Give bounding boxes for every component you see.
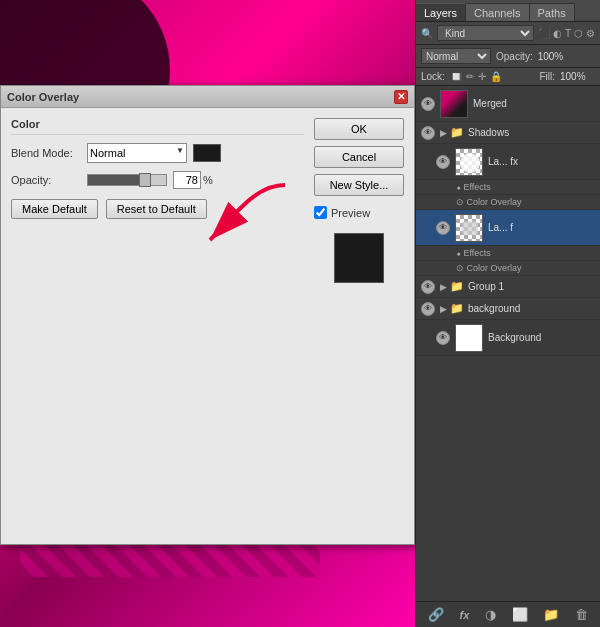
- fill-value: 100%: [560, 71, 595, 82]
- layers-opacity-value: 100%: [538, 51, 573, 62]
- layers-opacity-label: Opacity:: [496, 51, 533, 62]
- thumb-la1: [455, 148, 483, 176]
- link-icon[interactable]: 🔗: [428, 607, 444, 622]
- adjustment-layer-icon[interactable]: ◑: [485, 607, 496, 622]
- group-item-shadows[interactable]: 👁 ▶ 📁 Shadows: [416, 122, 600, 144]
- blend-mode-label: Blend Mode:: [11, 147, 81, 159]
- tab-channels[interactable]: Channels: [466, 3, 529, 21]
- layers-blend-row: Normal Opacity: 100%: [416, 45, 600, 68]
- ok-button[interactable]: OK: [314, 118, 404, 140]
- new-style-button[interactable]: New Style...: [314, 174, 404, 196]
- visibility-group1[interactable]: 👁: [421, 280, 435, 294]
- group-name-background: background: [468, 303, 595, 314]
- delete-icon[interactable]: 🗑: [575, 607, 588, 622]
- lock-icons: 🔲 ✏ ✛ 🔒: [450, 71, 502, 82]
- visibility-merged[interactable]: 👁: [421, 97, 435, 111]
- layers-list: 👁 Merged 👁 ▶ 📁 Shadows 👁 La... fx ⬥ Effe…: [416, 86, 600, 601]
- blend-mode-select[interactable]: Normal Multiply Screen: [87, 143, 187, 163]
- dialog-left-panel: Color Blend Mode: Normal Multiply Screen…: [11, 118, 304, 283]
- group-arrow-shadows: ▶: [440, 128, 447, 138]
- lock-position-icon[interactable]: ✛: [478, 71, 486, 82]
- blend-mode-row: Blend Mode: Normal Multiply Screen: [11, 143, 304, 163]
- color-section-title: Color: [11, 118, 304, 135]
- layer-item-la1[interactable]: 👁 La... fx: [416, 144, 600, 180]
- group-item-group1[interactable]: 👁 ▶ 📁 Group 1: [416, 276, 600, 298]
- filter-type-icon[interactable]: T: [565, 28, 571, 39]
- opacity-input[interactable]: [173, 171, 201, 189]
- filter-adjust-icon[interactable]: ◐: [553, 28, 562, 39]
- lock-paint-icon[interactable]: ✏: [466, 71, 474, 82]
- layers-search-row: 🔍 Kind ⬛ ◐ T ⬡ ⚙: [416, 22, 600, 45]
- effects-label-la2: ⬥ Effects: [416, 246, 600, 261]
- default-buttons-row: Make Default Reset to Default: [11, 199, 304, 219]
- layer-name-la1: La... fx: [488, 156, 595, 167]
- visibility-la1[interactable]: 👁: [436, 155, 450, 169]
- visibility-shadows[interactable]: 👁: [421, 126, 435, 140]
- thumb-bg: [455, 324, 483, 352]
- kind-filter-select[interactable]: Kind: [437, 25, 534, 41]
- folder-icon-background: 📁: [450, 302, 464, 315]
- lock-transparent-icon[interactable]: 🔲: [450, 71, 462, 82]
- fill-label: Fill:: [539, 71, 555, 82]
- group-name-shadows: Shadows: [468, 127, 595, 138]
- thumb-la2: [455, 214, 483, 242]
- layer-name-bg: Background: [488, 332, 595, 343]
- preview-row: Preview: [314, 206, 404, 219]
- dialog-titlebar: Color Overlay ✕: [1, 86, 414, 108]
- dialog-title: Color Overlay: [7, 91, 79, 103]
- layers-lock-row: Lock: 🔲 ✏ ✛ 🔒 Fill: 100%: [416, 68, 600, 86]
- effects-label-la1: ⬥ Effects: [416, 180, 600, 195]
- layers-tabs: Layers Channels Paths: [416, 0, 600, 22]
- color-overlay-label-la1[interactable]: ⊙ Color Overlay: [416, 195, 600, 210]
- preview-checkbox[interactable]: [314, 206, 327, 219]
- group-arrow-background: ▶: [440, 304, 447, 314]
- filter-pixel-icon[interactable]: ⬛: [538, 28, 550, 39]
- group-name-group1: Group 1: [468, 281, 595, 292]
- opacity-value-wrapper: %: [173, 171, 213, 189]
- layer-item-merged[interactable]: 👁 Merged: [416, 86, 600, 122]
- layer-name-merged: Merged: [473, 98, 595, 109]
- lock-all-icon[interactable]: 🔒: [490, 71, 502, 82]
- layer-name-la2: La... f: [488, 222, 595, 233]
- lock-label: Lock:: [421, 71, 445, 82]
- dialog-right-panel: OK Cancel New Style... Preview: [314, 118, 404, 283]
- layer-item-la2[interactable]: 👁 La... f: [416, 210, 600, 246]
- tab-layers[interactable]: Layers: [416, 3, 466, 21]
- new-folder-icon[interactable]: 📁: [543, 607, 559, 622]
- folder-icon-shadows: 📁: [450, 126, 464, 139]
- fx-icon[interactable]: fx: [460, 609, 470, 621]
- visibility-background[interactable]: 👁: [421, 302, 435, 316]
- mask-icon[interactable]: ⬜: [512, 607, 528, 622]
- filter-smart-icon[interactable]: ⚙: [586, 28, 595, 39]
- opacity-slider[interactable]: [87, 174, 167, 186]
- search-icon: 🔍: [421, 28, 433, 39]
- visibility-la2[interactable]: 👁: [436, 221, 450, 235]
- opacity-label: Opacity:: [11, 174, 81, 186]
- preview-label: Preview: [331, 207, 370, 219]
- tab-paths[interactable]: Paths: [530, 3, 575, 21]
- opacity-unit: %: [203, 174, 213, 186]
- group-arrow-group1: ▶: [440, 282, 447, 292]
- color-overlay-label-la2[interactable]: ⊙ Color Overlay: [416, 261, 600, 276]
- color-preview-box[interactable]: [334, 233, 384, 283]
- visibility-bg[interactable]: 👁: [436, 331, 450, 345]
- cancel-button[interactable]: Cancel: [314, 146, 404, 168]
- color-swatch[interactable]: [193, 144, 221, 162]
- layers-panel: Layers Channels Paths 🔍 Kind ⬛ ◐ T ⬡ ⚙ N…: [415, 0, 600, 627]
- reset-default-button[interactable]: Reset to Default: [106, 199, 207, 219]
- blend-mode-select-wrapper: Normal Multiply Screen: [87, 143, 187, 163]
- layers-blend-select[interactable]: Normal: [421, 48, 491, 64]
- make-default-button[interactable]: Make Default: [11, 199, 98, 219]
- dialog-body: Color Blend Mode: Normal Multiply Screen…: [1, 108, 414, 293]
- color-overlay-dialog: Color Overlay ✕ Color Blend Mode: Normal…: [0, 85, 415, 545]
- folder-icon-group1: 📁: [450, 280, 464, 293]
- layer-item-bg[interactable]: 👁 Background: [416, 320, 600, 356]
- thumb-merged: [440, 90, 468, 118]
- dialog-close-button[interactable]: ✕: [394, 90, 408, 104]
- layers-bottom-bar: 🔗 fx ◑ ⬜ 📁 🗑: [416, 601, 600, 627]
- filter-shape-icon[interactable]: ⬡: [574, 28, 583, 39]
- group-item-background[interactable]: 👁 ▶ 📁 background: [416, 298, 600, 320]
- opacity-row: Opacity: %: [11, 171, 304, 189]
- filter-icons: ⬛ ◐ T ⬡ ⚙: [538, 28, 595, 39]
